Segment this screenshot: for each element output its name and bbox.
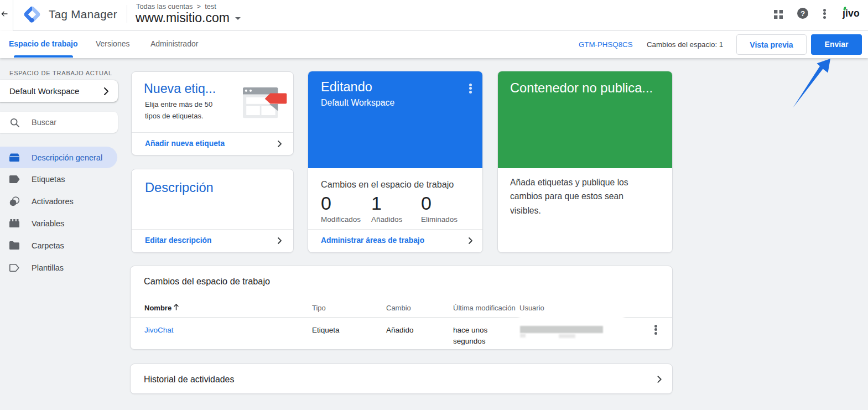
svg-text:?: ? xyxy=(801,9,805,18)
